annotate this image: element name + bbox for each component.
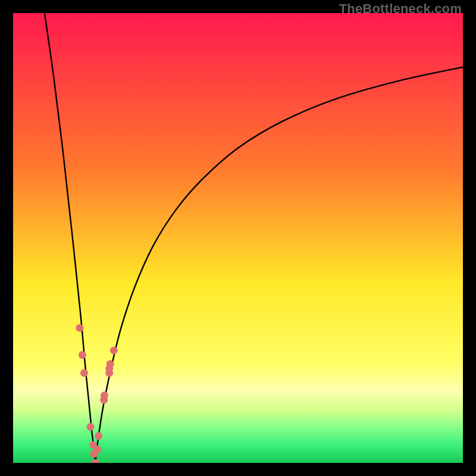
data-point (107, 360, 114, 368)
data-point (80, 369, 88, 377)
chart-frame (13, 13, 463, 463)
watermark-text: TheBottleneck.com (339, 1, 462, 17)
data-point (93, 446, 101, 453)
data-point (95, 432, 102, 440)
data-point (76, 324, 83, 332)
data-point (79, 351, 86, 359)
data-point (110, 347, 118, 355)
data-point (87, 423, 95, 431)
data-point (101, 392, 108, 399)
gradient-background (13, 13, 463, 463)
bottleneck-chart (13, 13, 463, 463)
